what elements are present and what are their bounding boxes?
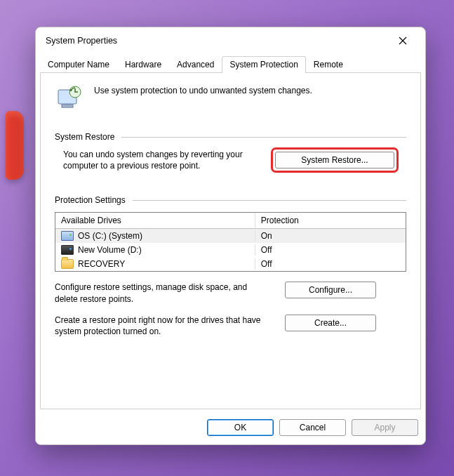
folder-icon (61, 259, 74, 269)
tab-system-protection[interactable]: System Protection (222, 56, 305, 73)
create-button[interactable]: Create... (285, 315, 376, 331)
tab-remote[interactable]: Remote (306, 56, 351, 73)
drives-listbox[interactable]: Available Drives Protection OS (C:) (Sys… (55, 212, 406, 272)
system-protection-icon (55, 84, 83, 112)
tabs-bar: Computer Name Hardware Advanced System P… (36, 55, 425, 72)
dialog-button-row: OK Cancel Apply (36, 414, 425, 444)
drive-name: New Volume (D:) (78, 245, 142, 255)
system-restore-description: You can undo system changes by reverting… (63, 149, 260, 171)
drive-name: OS (C:) (System) (78, 231, 142, 241)
system-properties-window: System Properties Computer Name Hardware… (35, 27, 426, 445)
background-decoration (6, 111, 24, 180)
tab-panel-system-protection: Use system protection to undo unwanted s… (40, 72, 421, 409)
drive-row[interactable]: OS (C:) (System) On (55, 229, 406, 243)
window-title: System Properties (46, 36, 389, 46)
cancel-button[interactable]: Cancel (279, 419, 346, 436)
drives-header: Available Drives Protection (55, 213, 406, 229)
drive-protection: On (261, 231, 272, 241)
disk-icon (61, 231, 74, 241)
section-heading: Protection Settings (55, 195, 126, 205)
system-restore-button[interactable]: System Restore... (275, 152, 394, 168)
section-system-restore-header: System Restore (55, 132, 406, 142)
drive-protection: Off (261, 259, 272, 269)
column-header-drive[interactable]: Available Drives (55, 213, 255, 228)
desktop-background: System Properties Computer Name Hardware… (0, 0, 454, 476)
tab-hardware[interactable]: Hardware (117, 56, 169, 73)
tab-computer-name[interactable]: Computer Name (40, 56, 117, 73)
configure-button[interactable]: Configure... (285, 282, 376, 298)
configure-description: Configure restore settings, manage disk … (55, 282, 272, 304)
drive-row[interactable]: New Volume (D:) Off (55, 243, 406, 257)
disk-icon (61, 245, 74, 255)
divider (121, 137, 406, 138)
drive-row[interactable]: RECOVERY Off (55, 257, 406, 271)
system-restore-button-highlight: System Restore... (272, 149, 397, 171)
intro-text: Use system protection to undo unwanted s… (94, 84, 312, 95)
titlebar: System Properties (36, 27, 425, 54)
drive-name: RECOVERY (78, 259, 125, 269)
create-description: Create a restore point right now for the… (55, 315, 272, 337)
svg-rect-3 (62, 105, 73, 107)
divider (133, 200, 406, 201)
column-header-protection[interactable]: Protection (255, 213, 406, 228)
section-heading: System Restore (55, 132, 114, 142)
ok-button[interactable]: OK (207, 419, 274, 436)
close-icon (399, 37, 407, 45)
drive-protection: Off (261, 245, 272, 255)
apply-button[interactable]: Apply (352, 419, 418, 436)
close-button[interactable] (389, 30, 417, 51)
tab-advanced[interactable]: Advanced (169, 56, 222, 73)
section-protection-settings-header: Protection Settings (55, 195, 406, 205)
